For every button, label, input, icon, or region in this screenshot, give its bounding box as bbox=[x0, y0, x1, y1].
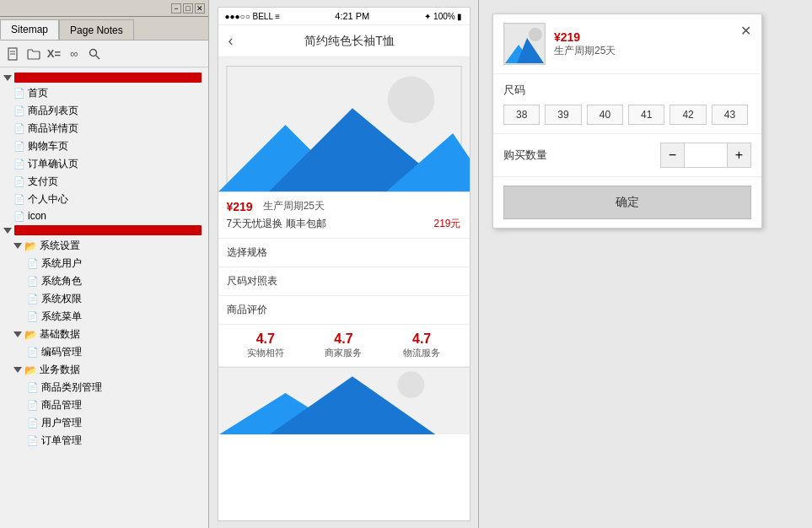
size-btn-40[interactable]: 40 bbox=[587, 105, 623, 125]
popup-price: ¥219 bbox=[554, 30, 732, 44]
tree-item-sys-menu[interactable]: 📄 系统菜单 bbox=[0, 308, 208, 326]
popup-meta: 生产周期25天 bbox=[554, 44, 732, 58]
shipping-line: 7天无忧退换 顺丰包邮 219元 bbox=[227, 217, 461, 231]
tree-item-product-detail[interactable]: 📄 商品详情页 bbox=[0, 120, 208, 137]
middle-panel: ●●●○○ BELL ≡ 4:21 PM ✦ 100% ▮ ‹ 简约纯色长袖T恤 bbox=[209, 0, 479, 528]
tree-item-product-mgmt[interactable]: 📄 商品管理 bbox=[0, 396, 208, 414]
quantity-row: 购买数量 − + bbox=[493, 134, 761, 177]
tree-item-sys-perm[interactable]: 📄 系统权限 bbox=[0, 290, 208, 308]
tab-page-notes[interactable]: Page Notes bbox=[59, 19, 134, 40]
file-icon: 📄 bbox=[13, 123, 25, 134]
file-icon: 📄 bbox=[27, 435, 39, 446]
size-section: 尺码 38 39 40 41 42 43 bbox=[493, 74, 761, 134]
tree-item-sys-user[interactable]: 📄 系统用户 bbox=[0, 255, 208, 272]
file-icon: 📄 bbox=[13, 211, 25, 222]
shipping-info: 7天无忧退换 顺丰包邮 bbox=[227, 217, 326, 231]
size-btn-38[interactable]: 38 bbox=[503, 105, 540, 125]
variable-icon[interactable]: X= bbox=[46, 46, 62, 62]
tree-item-user-mgmt[interactable]: 📄 用户管理 bbox=[0, 414, 208, 432]
quantity-control: − + bbox=[660, 143, 751, 168]
file-icon: 📄 bbox=[27, 382, 39, 393]
ratings-section: 4.7 实物相符 4.7 商家服务 4.7 物流服务 bbox=[218, 325, 470, 367]
rating-authenticity: 4.7 实物相符 bbox=[247, 331, 284, 359]
tree-item-code-mgmt[interactable]: 📄 编码管理 bbox=[0, 343, 208, 361]
page-icon[interactable] bbox=[5, 46, 22, 62]
file-icon: 📄 bbox=[27, 294, 39, 304]
folder-icon[interactable] bbox=[25, 46, 42, 62]
minimize-btn[interactable]: − bbox=[171, 3, 181, 13]
group2-toggle[interactable] bbox=[3, 228, 12, 234]
close-btn[interactable]: ✕ bbox=[195, 3, 205, 13]
quantity-label: 购买数量 bbox=[503, 148, 547, 163]
size-btn-43[interactable]: 43 bbox=[712, 105, 748, 125]
phone-nav-bar: ‹ 简约纯色长袖T恤 bbox=[218, 25, 470, 57]
tree-item-system-settings[interactable]: 📂 系统设置 bbox=[0, 237, 208, 255]
svg-point-3 bbox=[90, 49, 97, 56]
file-icon: 📄 bbox=[13, 176, 25, 187]
price-line: ¥219 生产周期25天 bbox=[227, 199, 461, 213]
product-review-row[interactable]: 商品评价 bbox=[218, 296, 470, 325]
size-btn-39[interactable]: 39 bbox=[545, 105, 581, 125]
quantity-increase-btn[interactable]: + bbox=[727, 143, 750, 167]
tree-item-icon[interactable]: 📄 icon bbox=[0, 208, 208, 224]
rating-service: 4.7 商家服务 bbox=[325, 331, 362, 359]
size-grid: 38 39 40 41 42 43 bbox=[503, 105, 751, 125]
popup-product-thumb bbox=[503, 23, 546, 65]
bottom-image bbox=[218, 367, 470, 434]
product-image bbox=[218, 57, 470, 192]
quantity-decrease-btn[interactable]: − bbox=[661, 143, 685, 167]
tree-item-product-list[interactable]: 📄 商品列表页 bbox=[0, 102, 208, 120]
svg-point-18 bbox=[529, 28, 542, 41]
tree-item-cart[interactable]: 📄 购物车页 bbox=[0, 137, 208, 155]
battery-info: ✦ 100% ▮ bbox=[424, 12, 462, 21]
folder-open-icon: 📂 bbox=[24, 240, 37, 252]
product-title: 简约纯色长袖T恤 bbox=[240, 34, 460, 49]
tree-item-basic-data[interactable]: 📂 基础数据 bbox=[0, 326, 208, 343]
tab-bar: Sitemap Page Notes bbox=[0, 17, 208, 40]
tree-item-payment[interactable]: 📄 支付页 bbox=[0, 173, 208, 191]
select-spec-row[interactable]: 选择规格 bbox=[218, 239, 470, 267]
file-icon: 📄 bbox=[27, 311, 39, 322]
confirm-button[interactable]: 确定 bbox=[503, 186, 751, 219]
back-button[interactable]: ‹ bbox=[229, 32, 234, 50]
basic-data-toggle[interactable] bbox=[13, 331, 22, 337]
popup-card: ¥219 生产周期25天 ✕ 尺码 38 39 40 41 42 43 购买数量… bbox=[492, 13, 762, 229]
tree-item-user-center[interactable]: 📄 个人中心 bbox=[0, 191, 208, 208]
group1-toggle[interactable] bbox=[3, 75, 12, 81]
title-bar: − □ ✕ bbox=[0, 0, 208, 17]
tree-item-sys-role[interactable]: 📄 系统角色 bbox=[0, 272, 208, 290]
file-icon: 📄 bbox=[13, 194, 25, 205]
file-icon: 📄 bbox=[27, 347, 39, 358]
tree-container: 📄 首页 📄 商品列表页 📄 商品详情页 📄 购物车页 📄 订单确认页 📄 支付… bbox=[0, 67, 208, 528]
size-btn-42[interactable]: 42 bbox=[669, 105, 706, 125]
biz-data-toggle[interactable] bbox=[13, 367, 22, 373]
file-icon: 📄 bbox=[27, 276, 39, 287]
tree-item-home[interactable]: 📄 首页 bbox=[0, 84, 208, 102]
tree-item-order-confirm[interactable]: 📄 订单确认页 bbox=[0, 155, 208, 173]
popup-product-info: ¥219 生产周期25天 bbox=[554, 30, 732, 58]
tree-group1 bbox=[0, 71, 208, 84]
phone-frame: ●●●○○ BELL ≡ 4:21 PM ✦ 100% ▮ ‹ 简约纯色长袖T恤 bbox=[218, 7, 471, 521]
file-icon: 📄 bbox=[27, 400, 39, 411]
product-price: ¥219 bbox=[227, 200, 253, 213]
file-icon: 📄 bbox=[13, 159, 25, 170]
search-icon[interactable] bbox=[86, 46, 103, 62]
svg-line-4 bbox=[96, 55, 100, 59]
tree-item-order-mgmt[interactable]: 📄 订单管理 bbox=[0, 432, 208, 450]
maximize-btn[interactable]: □ bbox=[183, 3, 193, 13]
file-icon: 📄 bbox=[13, 88, 25, 99]
size-btn-41[interactable]: 41 bbox=[628, 105, 664, 125]
tree-item-biz-data[interactable]: 📂 业务数据 bbox=[0, 361, 208, 379]
file-icon: 📄 bbox=[13, 141, 25, 152]
tab-sitemap[interactable]: Sitemap bbox=[0, 19, 59, 40]
tree-item-product-category[interactable]: 📄 商品类别管理 bbox=[0, 379, 208, 396]
size-chart-row[interactable]: 尺码对照表 bbox=[218, 267, 470, 296]
svg-point-14 bbox=[397, 371, 424, 398]
toolbar: X= ∞ bbox=[0, 40, 208, 67]
link-icon[interactable]: ∞ bbox=[66, 46, 83, 62]
close-icon[interactable]: ✕ bbox=[740, 23, 751, 39]
system-settings-toggle[interactable] bbox=[13, 243, 22, 249]
folder-open-icon: 📂 bbox=[24, 364, 37, 376]
time-display: 4:21 PM bbox=[335, 11, 369, 21]
size-section-title: 尺码 bbox=[503, 83, 751, 98]
